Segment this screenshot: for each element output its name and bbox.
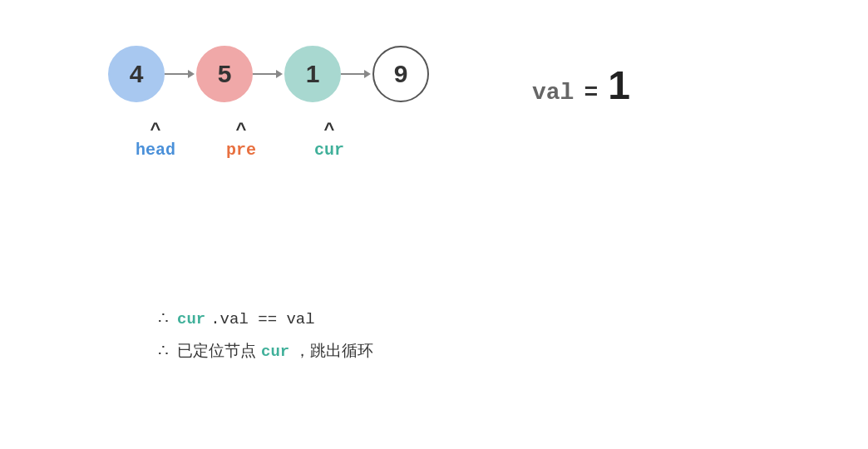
cur-code-2: cur bbox=[261, 343, 289, 361]
val-keyword: val bbox=[532, 80, 574, 106]
pointer-head: ^ head bbox=[136, 121, 175, 160]
val-display: val = 1 bbox=[532, 62, 630, 108]
caret-pre: ^ bbox=[236, 121, 247, 139]
node-circle-5: 5 bbox=[196, 46, 253, 102]
node-circle-1: 1 bbox=[284, 46, 341, 102]
node-9: 9 bbox=[372, 46, 429, 102]
val-equals: = bbox=[584, 80, 598, 106]
arrow-1 bbox=[165, 46, 196, 102]
pointer-pre: ^ pre bbox=[226, 121, 256, 160]
node-circle-9: 9 bbox=[372, 46, 429, 102]
therefore-2: ∴ bbox=[158, 340, 169, 360]
cur-code-1: cur bbox=[177, 310, 205, 328]
main-container: 4 5 1 9 ^ head ^ pre ^ cur val = 1 bbox=[0, 0, 868, 449]
reasoning-area: ∴ cur .val == val ∴ 已定位节点 cur ，跳出循环 bbox=[158, 308, 373, 373]
arrow-2 bbox=[253, 46, 284, 102]
pointer-cur: ^ cur bbox=[314, 121, 344, 160]
node-circle-4: 4 bbox=[108, 46, 165, 102]
node-5: 5 bbox=[196, 46, 253, 102]
line1-rest: .val == val bbox=[210, 310, 314, 328]
val-number: 1 bbox=[608, 62, 630, 108]
caret-cur: ^ bbox=[324, 121, 335, 139]
reasoning-line-1: ∴ cur .val == val bbox=[158, 308, 373, 328]
label-cur: cur bbox=[314, 141, 344, 160]
linked-list: 4 5 1 9 bbox=[108, 46, 429, 102]
arrow-3 bbox=[341, 46, 372, 102]
label-head: head bbox=[136, 141, 175, 160]
line2-text1: 已定位节点 bbox=[177, 340, 256, 362]
label-pre: pre bbox=[226, 141, 256, 160]
reasoning-line-2: ∴ 已定位节点 cur ，跳出循环 bbox=[158, 340, 373, 362]
therefore-1: ∴ bbox=[158, 308, 169, 328]
line2-text2: ，跳出循环 bbox=[294, 340, 373, 362]
node-1: 1 bbox=[284, 46, 341, 102]
caret-head: ^ bbox=[150, 121, 161, 139]
node-4: 4 bbox=[108, 46, 165, 102]
